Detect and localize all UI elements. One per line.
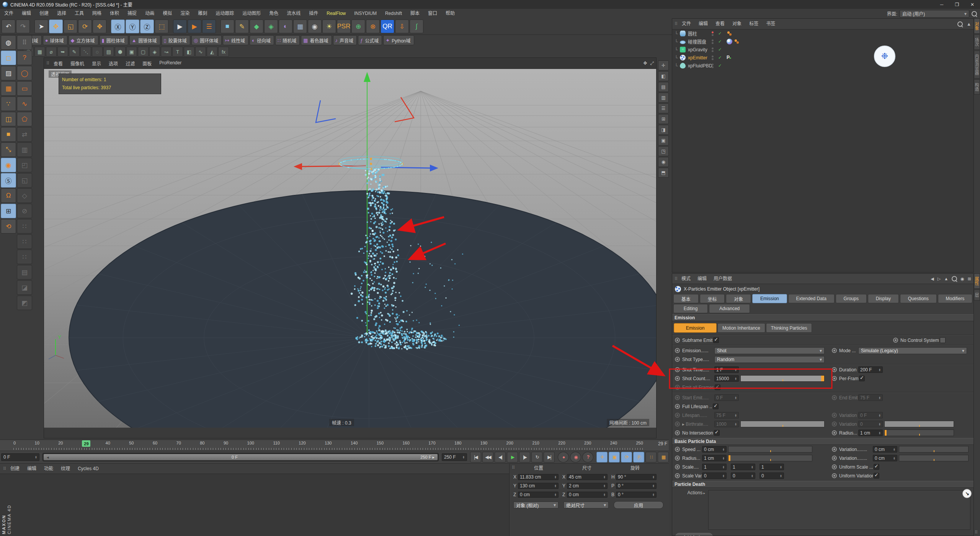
scale-z-field[interactable]: 1 <box>760 464 784 470</box>
menu-item[interactable]: 插件 <box>305 9 322 18</box>
render-picture-viewer-button[interactable]: ▶ <box>188 20 201 33</box>
field-box[interactable]: ◆立方体域 <box>69 35 98 45</box>
panel-icon-3[interactable]: ▤ <box>658 82 669 92</box>
polygon-selection-tool[interactable]: ⬠ <box>17 112 32 126</box>
panel-icon-2[interactable]: ◧ <box>658 71 669 81</box>
emit-all-frames-checkbox[interactable] <box>715 384 720 390</box>
enable-check-icon[interactable]: ✓ <box>718 39 722 44</box>
menu-item[interactable]: 流水线 <box>283 9 305 18</box>
scale-x-field[interactable]: 1 <box>702 464 727 470</box>
timeline-ruler[interactable]: 0102030405060708090100110120130140150160… <box>0 440 669 451</box>
dock-tool-7[interactable]: ⇄ <box>17 127 32 142</box>
material-menu-item[interactable]: 编辑 <box>23 464 40 474</box>
timeline-playhead[interactable]: 29 <box>82 440 90 447</box>
subdivision-surface[interactable]: ◆ <box>250 20 263 33</box>
dock-tool-18[interactable]: ◩ <box>17 296 32 310</box>
object-row-xpfluidpbd[interactable]: └ xpFluidPBD ✓ <box>672 62 973 70</box>
range-end-field[interactable]: 250 F <box>442 453 467 461</box>
xp-tool-12[interactable]: ◈ <box>149 47 160 57</box>
psr-zero[interactable]: PSR <box>337 20 351 33</box>
section-header-basic-particle-data[interactable]: Basic Particle Data <box>672 438 973 445</box>
goto-end-button[interactable]: ▶| <box>544 452 555 462</box>
emission-subtab[interactable]: Motion Inheritance <box>717 323 765 333</box>
material-menu-item[interactable]: 创建 <box>7 464 23 474</box>
object-row-xpemitter[interactable]: └ xpEmitter ✓ P <box>672 54 973 62</box>
panel-icon-4[interactable]: ▥ <box>658 93 669 103</box>
material-menu-item[interactable]: 纹理 <box>57 464 74 474</box>
menu-item[interactable]: 脚本 <box>406 9 424 18</box>
coord-mode-dropdown[interactable]: 对象 (相对) <box>513 502 559 508</box>
subframe-emit-checkbox[interactable] <box>713 337 719 343</box>
attribute-tab[interactable]: Advanced <box>709 304 750 313</box>
arrow-up-icon[interactable]: ▲ <box>944 276 948 281</box>
field-sphere[interactable]: ●球体域 <box>43 35 67 45</box>
panel-grip-icon[interactable]: ⠿ <box>675 276 677 281</box>
shot-type-dropdown[interactable]: Random <box>714 356 825 363</box>
menu-item[interactable]: 网格 <box>88 9 106 18</box>
no-intersection-checkbox[interactable] <box>714 430 720 436</box>
attribute-tab[interactable]: Editing <box>673 304 708 313</box>
radius-variation-slider[interactable] <box>899 455 969 461</box>
panel-icon-5[interactable]: ☰ <box>658 103 669 113</box>
render-view-button[interactable]: ▶ <box>173 20 187 33</box>
menu-item[interactable]: 捕捉 <box>123 9 141 18</box>
menu-item[interactable]: 动画 <box>141 9 158 18</box>
menu-item[interactable]: 角色 <box>265 9 283 18</box>
prev-key-button[interactable]: ◀◀ <box>482 452 493 462</box>
snap-magnet[interactable]: Ω <box>1 188 16 203</box>
uniform-scale-checkbox[interactable] <box>874 464 879 470</box>
full-lifespan-checkbox[interactable] <box>713 404 719 409</box>
om-menu-item[interactable]: 查看 <box>712 19 728 29</box>
xp-tool-3[interactable]: ⌀ <box>46 47 57 57</box>
speed-slider[interactable] <box>728 446 812 453</box>
viewport-menu-item[interactable]: 查看 <box>50 60 67 67</box>
keyframe-selection-button[interactable]: ▦ <box>658 452 669 462</box>
field-torus[interactable]: ◎圆环体域 <box>191 35 222 45</box>
viewport-menu-item[interactable]: ProRender <box>155 60 185 67</box>
side-tab[interactable]: 层 <box>974 289 980 301</box>
object-row-xpgravity[interactable]: └⁙ xpGravity ✓ <box>672 46 973 54</box>
dock-tool-13[interactable]: ∷ <box>17 219 32 234</box>
keying-help-button[interactable]: ? <box>582 452 593 462</box>
goto-start-button[interactable]: |◀ <box>470 452 481 462</box>
menu-item[interactable]: 模拟 <box>158 9 176 18</box>
rotation-h-field[interactable]: 90 ° <box>616 474 657 480</box>
xp-tool-8[interactable]: ▤ <box>103 47 114 57</box>
close-button[interactable]: ✕ <box>965 0 980 9</box>
emission-subtab[interactable]: Thinking Particles <box>766 323 812 333</box>
panel-grip-icon[interactable]: ⠿ <box>675 21 677 26</box>
position-z-field[interactable]: 0 cm <box>518 492 559 498</box>
size-mode-dropdown[interactable]: 绝对尺寸 <box>564 502 609 508</box>
field-radial[interactable]: ◐径向域 <box>250 35 274 45</box>
search-icon[interactable] <box>972 11 977 16</box>
filter-icon[interactable]: ▲ <box>967 21 971 27</box>
rotation-p-field[interactable]: 0 ° <box>616 483 657 489</box>
object-row-collision-disc[interactable]: └ 碰撞圆盘 ✓ <box>672 38 973 46</box>
menu-item[interactable]: 运动图形 <box>238 9 265 18</box>
xp-tool-2[interactable]: ▦ <box>34 47 45 57</box>
lattice-object[interactable]: ⊕ <box>351 20 365 33</box>
history-forward-icon[interactable]: ▷ <box>938 276 941 281</box>
material-menu-item[interactable]: 功能 <box>40 464 57 474</box>
object-row-cylinder[interactable]: └ 圆柱 ✓ <box>672 29 973 38</box>
attribute-tab[interactable]: Display <box>868 294 899 303</box>
attr-menu-item[interactable]: 编辑 <box>694 274 710 284</box>
xp-tool-10[interactable]: ▣ <box>126 47 137 57</box>
emit-radius-field[interactable]: 1 cm <box>858 430 883 436</box>
birthrate-slider[interactable] <box>740 421 825 427</box>
lasso-selection-tool[interactable]: ∿ <box>17 96 32 111</box>
viewport-menu-item[interactable]: 摄像机 <box>67 60 88 67</box>
minimize-button[interactable]: ─ <box>934 0 949 9</box>
interface-dropdown[interactable]: 启动 (用户) <box>900 10 969 18</box>
current-frame-field[interactable]: 29 F <box>658 441 667 446</box>
actions-list-box[interactable] <box>708 490 970 530</box>
rotate-tool[interactable]: ⟳ <box>78 20 92 33</box>
maximize-view-icon[interactable]: ⤢ <box>650 60 654 66</box>
xp-tool-14[interactable]: T <box>172 47 183 57</box>
history-back-icon[interactable]: ◀ <box>931 276 934 281</box>
deformer[interactable]: ◐ <box>279 20 292 33</box>
lock-icon[interactable]: ◉ <box>960 276 964 281</box>
speed-variation-slider[interactable] <box>899 446 969 453</box>
panel-grip-icon[interactable]: ⠿ <box>46 61 49 66</box>
viewport-menu-item[interactable]: 面板 <box>139 60 155 67</box>
